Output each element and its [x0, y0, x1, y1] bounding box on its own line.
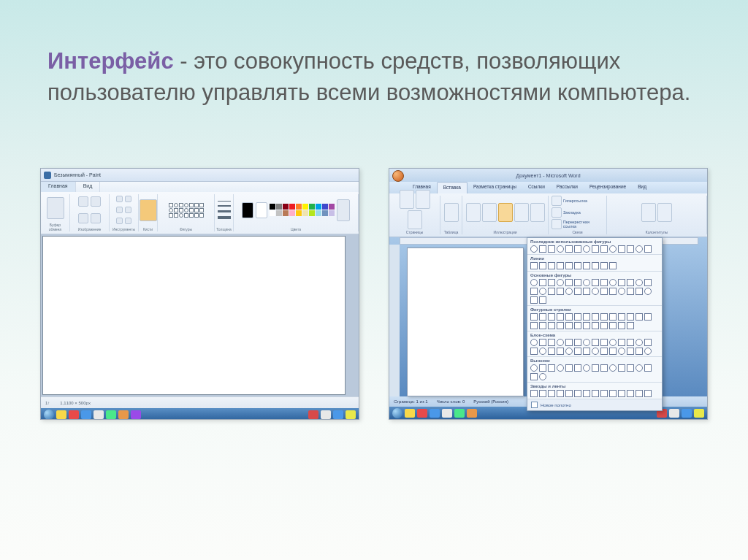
- shape-option[interactable]: [627, 390, 634, 397]
- shape-option[interactable]: [627, 348, 634, 355]
- shape-option[interactable]: [574, 262, 581, 269]
- shape-option[interactable]: [548, 245, 555, 253]
- color-swatch[interactable]: [309, 204, 315, 210]
- shape-option[interactable]: [557, 279, 564, 286]
- taskbar-item[interactable]: [454, 409, 465, 418]
- shape-option[interactable]: [530, 339, 538, 346]
- color2[interactable]: [256, 202, 267, 218]
- taskbar-item[interactable]: [417, 409, 427, 418]
- shape-option[interactable]: [565, 364, 573, 372]
- shape-option[interactable]: [644, 339, 652, 346]
- hyperlink-icon[interactable]: [552, 196, 562, 206]
- shape-option[interactable]: [565, 313, 573, 321]
- shape-option[interactable]: [530, 262, 538, 269]
- shape-option[interactable]: [600, 279, 608, 286]
- shape-option[interactable]: [539, 322, 546, 329]
- tab-refs[interactable]: Ссылки: [522, 182, 551, 193]
- taskbar-item[interactable]: [430, 409, 440, 418]
- select-icon[interactable]: [78, 196, 88, 207]
- shape-option[interactable]: [609, 364, 617, 372]
- shapes-dropdown[interactable]: Последние использованные фигуры Линии Ос…: [527, 237, 663, 411]
- shape-option[interactable]: [592, 339, 599, 346]
- taskbar-item[interactable]: [106, 410, 116, 419]
- tray-icon[interactable]: [346, 410, 356, 419]
- shape-option[interactable]: [618, 390, 625, 397]
- text-icon[interactable]: [116, 207, 123, 213]
- shape-option[interactable]: [609, 262, 617, 269]
- shape-option[interactable]: [627, 313, 634, 321]
- picture-icon[interactable]: [466, 203, 481, 222]
- shape-option[interactable]: [583, 313, 590, 321]
- shape-option[interactable]: [530, 288, 538, 295]
- color-swatch[interactable]: [270, 204, 275, 210]
- color-swatch[interactable]: [276, 210, 282, 216]
- shape-option[interactable]: [583, 288, 590, 295]
- color-swatch[interactable]: [316, 204, 321, 210]
- shape-option[interactable]: [565, 288, 573, 295]
- shape-option[interactable]: [644, 279, 652, 286]
- shape-option[interactable]: [539, 279, 546, 286]
- start-button[interactable]: [392, 408, 402, 418]
- color-swatch[interactable]: [322, 204, 328, 210]
- color-swatch[interactable]: [289, 204, 295, 210]
- shape-option[interactable]: [539, 288, 546, 295]
- shape-option[interactable]: [530, 313, 538, 321]
- shape-option[interactable]: [530, 373, 538, 380]
- picker-icon[interactable]: [116, 218, 123, 224]
- shape-option[interactable]: [644, 288, 652, 295]
- shape-option[interactable]: [574, 279, 581, 286]
- taskbar-item[interactable]: [405, 409, 415, 418]
- shape-option[interactable]: [627, 364, 634, 372]
- shape-option[interactable]: [627, 288, 634, 295]
- color-swatch[interactable]: [276, 204, 282, 210]
- shape-option[interactable]: [592, 245, 599, 253]
- shape-option[interactable]: [539, 296, 546, 304]
- taskbar-item[interactable]: [131, 410, 141, 419]
- color-swatch[interactable]: [316, 210, 321, 216]
- shape-option[interactable]: [574, 322, 581, 329]
- tray-icon[interactable]: [669, 409, 679, 418]
- shape-option[interactable]: [627, 245, 634, 253]
- color-swatch[interactable]: [322, 210, 328, 216]
- shape-option[interactable]: [557, 313, 564, 321]
- tab-view[interactable]: Вид: [76, 182, 101, 192]
- shape-option[interactable]: [592, 288, 599, 295]
- shape-option[interactable]: [644, 313, 652, 321]
- table-icon[interactable]: [444, 203, 459, 222]
- crossref-icon[interactable]: [552, 219, 562, 229]
- shape-option[interactable]: [539, 364, 546, 372]
- shape-option[interactable]: [618, 245, 625, 253]
- color-swatch[interactable]: [283, 204, 289, 210]
- shape-option[interactable]: [539, 390, 546, 397]
- shape-option[interactable]: [557, 262, 564, 269]
- shape-option[interactable]: [592, 279, 599, 286]
- chart-icon[interactable]: [530, 203, 545, 222]
- shape-option[interactable]: [539, 373, 546, 380]
- shape-option[interactable]: [530, 364, 538, 372]
- shape-option[interactable]: [618, 288, 625, 295]
- shape-option[interactable]: [609, 313, 617, 321]
- shape-option[interactable]: [636, 245, 643, 253]
- shape-option[interactable]: [600, 364, 608, 372]
- shape-option[interactable]: [557, 364, 564, 372]
- page-break-icon[interactable]: [408, 210, 422, 229]
- smartart-icon[interactable]: [514, 203, 529, 222]
- tray-icon[interactable]: [694, 409, 704, 418]
- shape-option[interactable]: [592, 262, 599, 269]
- shape-option[interactable]: [574, 364, 581, 372]
- shape-option[interactable]: [583, 279, 590, 286]
- shape-option[interactable]: [548, 390, 555, 397]
- document-page[interactable]: [407, 248, 524, 396]
- shape-option[interactable]: [644, 390, 652, 397]
- shape-option[interactable]: [609, 348, 617, 355]
- color-palette[interactable]: [270, 204, 335, 216]
- shape-option[interactable]: [644, 348, 652, 355]
- tray-icon[interactable]: [321, 410, 331, 419]
- shape-option[interactable]: [592, 322, 599, 329]
- shape-option[interactable]: [539, 245, 546, 253]
- shape-option[interactable]: [557, 288, 564, 295]
- shape-option[interactable]: [583, 364, 590, 372]
- shape-option[interactable]: [627, 279, 634, 286]
- shape-option[interactable]: [530, 348, 538, 355]
- taskbar-item[interactable]: [56, 410, 66, 419]
